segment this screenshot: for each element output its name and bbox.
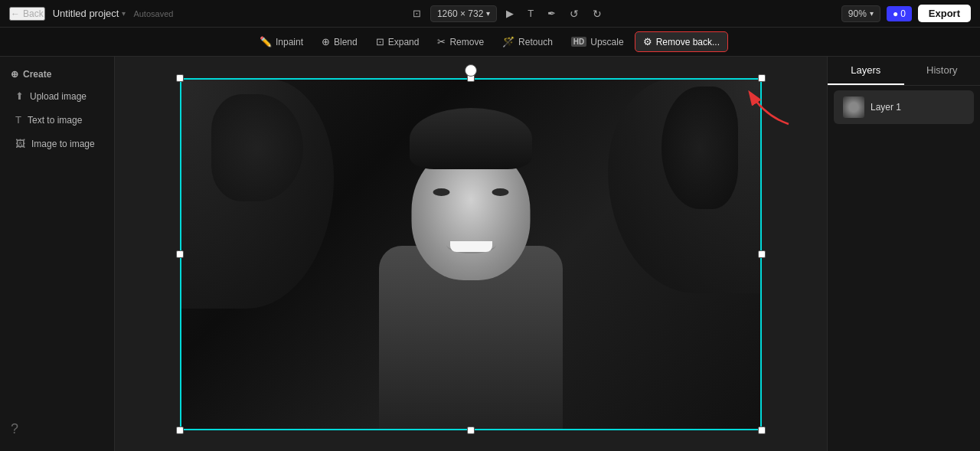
layer-thumb-inner [843, 96, 864, 118]
tool-inpaint[interactable]: ✏️ Inpaint [252, 32, 311, 51]
frame-icon-btn[interactable]: ⊡ [408, 5, 426, 22]
redo-btn[interactable]: ↻ [588, 5, 606, 23]
left-eye [433, 188, 450, 196]
notif-count: 0 [900, 8, 906, 19]
text-to-image-icon: T [15, 114, 21, 126]
autosaved-label: Autosaved [133, 9, 173, 18]
blend-label: Blend [334, 37, 358, 47]
undo-btn[interactable]: ↺ [565, 5, 583, 23]
blend-icon: ⊕ [322, 36, 330, 47]
main-area: ⊕ Create ⬆ Upload image T Text to image … [0, 57, 980, 451]
layer-thumbnail [843, 96, 864, 118]
back-label: Back [23, 8, 44, 19]
handle-top-left[interactable] [176, 74, 184, 82]
tab-history[interactable]: History [904, 57, 981, 85]
export-button[interactable]: Export [918, 5, 971, 22]
sidebar-item-image-to-image[interactable]: 🖼 Image to image [5, 132, 109, 155]
sidebar-create-label: Create [23, 69, 51, 80]
leaf-top-left [211, 94, 303, 201]
tool-remove[interactable]: ✂ Remove [430, 32, 492, 51]
sidebar-create-icon: ⊕ [11, 69, 18, 80]
tool-remove-back[interactable]: ⚙ Remove back... [635, 31, 728, 52]
leaf-top-right [662, 87, 738, 209]
text-to-image-label: Text to image [28, 115, 82, 126]
top-bar: ← Back Untitled project ▾ Autosaved ⊡ 12… [0, 0, 980, 28]
sidebar-bottom: ? [0, 415, 114, 443]
tool-expand[interactable]: ⊡ Expand [368, 32, 427, 51]
hd-upscale-label: Upscale [590, 37, 623, 47]
zoom-level-text: 90% [848, 8, 867, 19]
pointer-icon-btn[interactable]: ▶ [501, 5, 518, 22]
handle-bottom-right[interactable] [758, 426, 766, 434]
remove-label: Remove [449, 37, 484, 47]
image-to-image-icon: 🖼 [15, 138, 25, 149]
sidebar-create-title: ⊕ Create [0, 64, 114, 84]
image-to-image-label: Image to image [31, 139, 95, 149]
right-eye [492, 188, 509, 196]
right-sidebar-tabs: Layers History [828, 57, 980, 86]
chevron-down-icon-canvas: ▾ [486, 9, 490, 18]
person-figure [348, 108, 593, 430]
handle-top-right[interactable] [758, 74, 766, 82]
hair-top [410, 108, 532, 169]
remove-icon: ✂ [437, 36, 446, 47]
retouch-label: Retouch [518, 37, 553, 47]
inpaint-icon: ✏️ [260, 36, 272, 47]
tool-hd-upscale[interactable]: HD Upscale [564, 33, 632, 51]
layers-tab-label: Layers [851, 64, 880, 76]
tool-bar: ✏️ Inpaint ⊕ Blend ⊡ Expand ✂ Remove 🪄 R… [0, 28, 980, 57]
expand-label: Expand [388, 37, 420, 47]
handle-bottom-middle[interactable] [467, 426, 475, 434]
upload-image-icon: ⬆ [15, 90, 24, 102]
tool-retouch[interactable]: 🪄 Retouch [495, 32, 560, 51]
tab-layers[interactable]: Layers [828, 57, 904, 85]
upload-image-label: Upload image [30, 91, 87, 102]
right-sidebar: Layers History Layer 1 [827, 57, 980, 451]
back-button[interactable]: ← Back [9, 7, 45, 21]
chevron-down-icon-zoom: ▾ [870, 9, 874, 18]
remove-back-label: Remove back... [656, 37, 720, 47]
zoom-button[interactable]: 90% ▾ [841, 5, 880, 22]
handle-rotate[interactable] [465, 64, 477, 77]
hd-upscale-icon: HD [571, 37, 586, 47]
layer-label: Layer 1 [871, 102, 901, 113]
left-sidebar: ⊕ Create ⬆ Upload image T Text to image … [0, 57, 115, 451]
top-bar-left: ← Back Untitled project ▾ Autosaved [9, 7, 173, 21]
retouch-icon: 🪄 [502, 36, 514, 47]
remove-back-icon: ⚙ [643, 36, 652, 47]
text-tool-btn[interactable]: T [523, 5, 538, 22]
history-tab-label: History [926, 64, 957, 76]
canvas-area[interactable] [115, 57, 827, 451]
top-bar-right: 90% ▾ ● 0 Export [841, 5, 971, 22]
expand-icon: ⊡ [376, 36, 384, 47]
tool-blend[interactable]: ⊕ Blend [314, 32, 365, 51]
canvas-wrapper [180, 78, 762, 430]
chevron-down-icon: ▾ [122, 9, 126, 18]
notif-icon: ● [893, 8, 898, 19]
top-bar-center: ⊡ 1260 × 732 ▾ ▶ T ✒ ↺ ↻ [408, 5, 606, 23]
teeth [450, 241, 492, 252]
help-button[interactable]: ? [11, 421, 18, 437]
back-arrow-icon: ← [11, 8, 20, 19]
notification-button[interactable]: ● 0 [887, 6, 912, 21]
pen-tool-btn[interactable]: ✒ [543, 5, 560, 22]
handle-middle-left[interactable] [176, 250, 184, 258]
canvas-size-text: 1260 × 732 [437, 8, 483, 19]
handle-middle-right[interactable] [758, 250, 766, 258]
project-name-text: Untitled project [53, 8, 119, 19]
canvas-image [180, 78, 762, 430]
inpaint-label: Inpaint [276, 37, 303, 47]
sidebar-item-text-to-image[interactable]: T Text to image [5, 109, 109, 131]
layer-item-1[interactable]: Layer 1 [834, 90, 974, 124]
handle-bottom-left[interactable] [176, 426, 184, 434]
canvas-size-button[interactable]: 1260 × 732 ▾ [430, 5, 497, 22]
sidebar-item-upload-image[interactable]: ⬆ Upload image [5, 85, 109, 107]
project-name: Untitled project ▾ [53, 8, 126, 19]
